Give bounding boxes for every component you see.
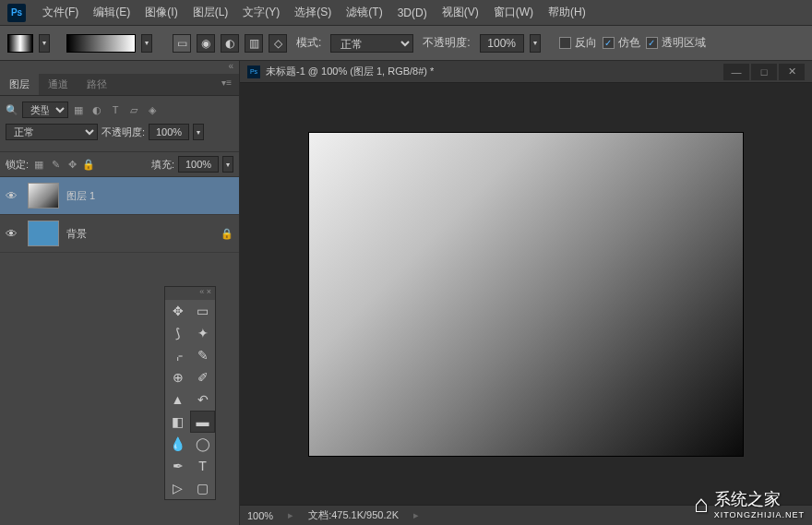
menu-layer[interactable]: 图层(L)	[185, 1, 236, 24]
reverse-checkbox[interactable]: 反向	[559, 35, 597, 51]
blur-tool[interactable]: 💧	[165, 433, 190, 455]
eyedropper-icon: ✎	[197, 348, 209, 363]
stamp-tool[interactable]: ▲	[165, 388, 190, 411]
transparency-checkbox[interactable]: 透明区域	[646, 35, 706, 51]
canvas-viewport[interactable]	[240, 83, 812, 505]
move-icon: ✥	[173, 304, 184, 318]
layer-item-background[interactable]: 👁 背景 🔒	[0, 215, 239, 253]
type-tool[interactable]: T	[190, 455, 215, 477]
menu-select[interactable]: 选择(S)	[287, 1, 339, 24]
tab-layers[interactable]: 图层	[0, 74, 39, 95]
type-icon: T	[198, 459, 207, 473]
gradient-radial-icon: ◉	[201, 37, 210, 50]
menu-3d[interactable]: 3D(D)	[390, 3, 435, 23]
gradient-radial-button[interactable]: ◉	[197, 34, 215, 53]
filter-shape-icon[interactable]: ▱	[127, 103, 140, 116]
heal-tool[interactable]: ⊕	[165, 366, 190, 388]
layer-thumbnail[interactable]	[28, 221, 59, 246]
status-arrow-icon[interactable]: ▸	[288, 509, 293, 521]
shape-icon: ▢	[197, 481, 209, 495]
gradient-dropdown[interactable]: ▾	[141, 34, 152, 53]
pen-icon: ✒	[173, 459, 184, 473]
menu-type[interactable]: 文字(Y)	[235, 1, 287, 24]
brush-icon: ✐	[197, 370, 209, 385]
wand-tool[interactable]: ✦	[190, 322, 215, 344]
visibility-icon[interactable]: 👁	[6, 227, 20, 241]
gradient-tool[interactable]: ▬	[190, 411, 215, 433]
history-brush-tool[interactable]: ↶	[190, 388, 215, 411]
blend-mode-select[interactable]: 正常	[330, 34, 413, 53]
pen-tool[interactable]: ✒	[165, 455, 190, 477]
marquee-tool[interactable]: ▭	[190, 300, 215, 322]
filter-smart-icon[interactable]: ◈	[146, 103, 159, 116]
menu-file[interactable]: 文件(F)	[35, 1, 86, 24]
menu-view[interactable]: 视图(V)	[435, 1, 486, 24]
tab-paths[interactable]: 路径	[78, 74, 116, 95]
panel-menu-button[interactable]: ▾≡	[214, 74, 239, 95]
layer-name[interactable]: 背景	[66, 227, 87, 241]
zoom-level[interactable]: 100%	[247, 510, 273, 521]
visibility-icon[interactable]: 👁	[6, 189, 20, 203]
layer-opacity-dropdown[interactable]: ▾	[193, 124, 204, 140]
document-info[interactable]: 文档:475.1K/950.2K	[308, 508, 399, 522]
crop-icon: ⌌	[173, 348, 183, 363]
fill-dropdown[interactable]: ▾	[222, 156, 233, 173]
layer-item-1[interactable]: 👁 图层 1	[0, 177, 239, 215]
gradient-linear-button[interactable]: ▭	[173, 34, 191, 53]
filter-pixel-icon[interactable]: ▦	[72, 103, 85, 116]
close-button[interactable]: ✕	[779, 64, 805, 80]
layer-blend-mode-select[interactable]: 正常	[6, 124, 98, 140]
lock-position-icon[interactable]: ✥	[66, 158, 78, 171]
tool-preset-picker[interactable]	[7, 34, 33, 53]
lasso-icon: ⟆	[175, 326, 180, 340]
canvas[interactable]	[309, 133, 743, 456]
menu-filter[interactable]: 滤镜(T)	[339, 1, 389, 24]
shape-tool[interactable]: ▢	[190, 477, 215, 499]
minimize-button[interactable]: —	[723, 64, 749, 80]
layer-opacity-input[interactable]	[149, 124, 189, 140]
gradient-reflected-button[interactable]: ▥	[245, 34, 263, 53]
menu-image[interactable]: 图像(I)	[137, 1, 185, 24]
dodge-tool[interactable]: ◯	[190, 433, 215, 455]
move-tool[interactable]: ✥	[165, 300, 190, 322]
checkbox-icon	[559, 37, 571, 49]
lasso-tool[interactable]: ⟆	[165, 322, 190, 344]
layer-name[interactable]: 图层 1	[66, 189, 95, 203]
menu-window[interactable]: 窗口(W)	[486, 1, 541, 24]
crop-tool[interactable]: ⌌	[165, 344, 190, 366]
gradient-reflected-icon: ▥	[249, 37, 259, 50]
menu-help[interactable]: 帮助(H)	[541, 1, 593, 24]
eraser-tool[interactable]: ◧	[165, 411, 190, 433]
filter-kind-select[interactable]: 类型	[22, 101, 68, 118]
gradient-angle-button[interactable]: ◐	[221, 34, 239, 53]
lock-transparency-icon[interactable]: ▦	[32, 158, 45, 171]
filter-adjust-icon[interactable]: ◐	[90, 103, 103, 116]
fill-input[interactable]	[178, 156, 219, 173]
gradient-linear-icon: ▭	[177, 37, 187, 50]
gradient-picker[interactable]	[66, 34, 136, 53]
document-titlebar[interactable]: Ps 未标题-1 @ 100% (图层 1, RGB/8#) * — □ ✕	[240, 61, 812, 83]
gradient-diamond-icon: ◇	[274, 37, 282, 50]
history-brush-icon: ↶	[197, 392, 209, 407]
maximize-button[interactable]: □	[751, 64, 777, 80]
opacity-input[interactable]	[480, 34, 524, 53]
ps-logo: Ps	[7, 4, 26, 22]
brush-tool[interactable]: ✐	[190, 366, 215, 388]
layer-thumbnail[interactable]	[28, 183, 59, 209]
filter-type-icon[interactable]: T	[109, 103, 122, 116]
toolbox-collapse[interactable]: « ×	[165, 287, 215, 300]
wand-icon: ✦	[197, 326, 209, 340]
menu-edit[interactable]: 编辑(E)	[86, 1, 137, 24]
dither-checkbox[interactable]: 仿色	[603, 35, 640, 51]
panel-collapse-button[interactable]: «	[0, 61, 239, 74]
tab-channels[interactable]: 通道	[39, 74, 78, 95]
path-select-tool[interactable]: ▷	[165, 477, 190, 499]
opacity-dropdown[interactable]: ▾	[530, 34, 541, 53]
lock-all-icon[interactable]: 🔒	[82, 158, 95, 171]
gradient-diamond-button[interactable]: ◇	[269, 34, 287, 53]
checkbox-icon	[603, 37, 615, 49]
lock-pixels-icon[interactable]: ✎	[49, 158, 62, 171]
status-arrow-icon[interactable]: ▸	[413, 509, 419, 521]
tool-preset-dropdown[interactable]: ▾	[39, 34, 50, 53]
eyedropper-tool[interactable]: ✎	[190, 344, 215, 366]
